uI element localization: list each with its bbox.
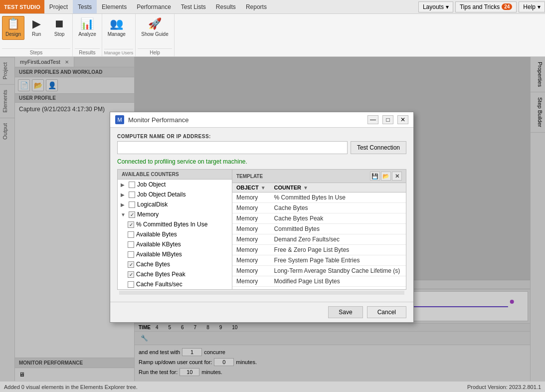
analyze-icon: 📊 [80, 18, 94, 29]
checkbox-memory[interactable] [129, 211, 135, 218]
counter-item-cache-faults[interactable]: Cache Faults/sec [118, 279, 232, 289]
template-row-object: Memory [232, 213, 270, 224]
modal-app-icon: M [115, 115, 124, 124]
menu-bar: TEST STUDIO Project Tests Elements Perfo… [0, 0, 545, 14]
counter-label-cache-bytes-peak: Cache Bytes Peak [136, 271, 185, 278]
template-load-icon-btn[interactable]: 📂 [381, 172, 391, 181]
modal-title: Monitor Performance [128, 116, 363, 124]
col-counter-filter-icon[interactable]: ▼ [303, 185, 308, 191]
template-row-counter: Demand Zero Faults/sec [270, 234, 406, 245]
checkbox-avail-kbytes[interactable] [128, 241, 134, 248]
template-row-counter: Free & Zero Page List Bytes [270, 245, 406, 255]
ip-field-row: Test Connection [117, 141, 406, 154]
test-connection-button[interactable]: Test Connection [351, 141, 406, 154]
layouts-button[interactable]: Layouts ▾ [418, 1, 453, 12]
horizontal-scrollbar[interactable] [119, 291, 404, 295]
checkbox-avail-bytes[interactable] [128, 231, 134, 238]
stop-icon: ⏹ [54, 18, 65, 29]
design-button[interactable]: 📋 Design [2, 16, 24, 40]
help-button[interactable]: Help ▾ [519, 1, 545, 12]
ribbon: 📋 Design ▶ Run ⏹ Stop Steps 📊 Analyze Re… [0, 14, 545, 57]
menu-performance[interactable]: Performance [132, 0, 176, 13]
counter-label-cache-bytes: Cache Bytes [136, 261, 170, 268]
show-guide-button[interactable]: 🚀 Show Guide [138, 16, 172, 40]
counter-item-pct-committed[interactable]: % Committed Bytes In Use [118, 219, 232, 229]
status-bar: Added 0 visual elements in the Elements … [0, 381, 545, 392]
ribbon-group-steps: 📋 Design ▶ Run ⏹ Stop Steps [0, 14, 73, 56]
menu-elements[interactable]: Elements [97, 0, 132, 13]
checkbox-pct-committed[interactable] [128, 221, 134, 228]
counter-label-avail-kbytes: Available KBytes [136, 241, 181, 248]
checkbox-avail-mbytes[interactable] [128, 251, 134, 258]
counter-item-job-object[interactable]: ▶ Job Object [118, 180, 232, 190]
counter-item-memory[interactable]: ▼ Memory [118, 209, 232, 219]
template-row: Memory Free System Page Table Entries [232, 255, 406, 266]
template-row: Memory Long-Term Average Standby Cache L… [232, 266, 406, 276]
expand-icon-job-object-details: ▶ [121, 192, 127, 197]
col-header-object[interactable]: OBJECT ▼ [232, 183, 270, 193]
run-button[interactable]: ▶ Run [25, 16, 47, 40]
template-close-icon-btn[interactable]: ✕ [392, 172, 402, 181]
counter-label-job-object: Job Object [137, 181, 166, 188]
save-button[interactable]: Save [328, 306, 363, 318]
modal-minimize-button[interactable]: — [367, 115, 378, 124]
tips-button[interactable]: Tips and Tricks 24 [455, 1, 517, 12]
menu-reports[interactable]: Reports [241, 0, 272, 13]
stop-label: Stop [54, 31, 65, 37]
counter-label-cache-faults: Cache Faults/sec [136, 281, 182, 288]
menu-results[interactable]: Results [211, 0, 241, 13]
results-group-label: Results [75, 48, 100, 56]
checkbox-cache-bytes-peak[interactable] [128, 271, 134, 278]
template-row-counter: Free System Page Table Entries [270, 255, 406, 266]
modal-icon-letter: M [117, 117, 122, 123]
modal-titlebar: M Monitor Performance — □ ✕ [110, 112, 413, 128]
ribbon-group-help: 🚀 Show Guide Help [136, 14, 174, 56]
counter-item-avail-kbytes[interactable]: Available KBytes [118, 239, 232, 249]
design-icon: 📋 [6, 18, 20, 29]
template-row-object: Memory [232, 255, 270, 266]
modal-maximize-button[interactable]: □ [382, 115, 393, 124]
cancel-button[interactable]: Cancel [367, 306, 406, 318]
counter-item-avail-mbytes[interactable]: Available MBytes [118, 249, 232, 259]
checkbox-job-object[interactable] [129, 182, 135, 188]
counter-label-logical-disk: LogicalDisk [137, 201, 168, 208]
template-save-icon-btn[interactable]: 💾 [370, 172, 380, 181]
analyze-button[interactable]: 📊 Analyze [75, 16, 100, 40]
counter-label-job-object-details: Job Object Details [137, 191, 185, 198]
tips-badge: 24 [502, 3, 512, 10]
checkbox-logical-disk[interactable] [129, 201, 135, 208]
ribbon-buttons-manage: 👥 Manage [104, 16, 134, 49]
col-header-counter[interactable]: COUNTER ▼ [270, 183, 406, 193]
checkbox-cache-bytes[interactable] [128, 261, 134, 268]
ribbon-group-results: 📊 Analyze Results [73, 14, 102, 56]
counter-item-logical-disk[interactable]: ▶ LogicalDisk [118, 199, 232, 209]
help-chevron-icon: ▾ [538, 3, 541, 10]
menu-tests[interactable]: Tests [73, 0, 97, 13]
counter-item-avail-bytes[interactable]: Available Bytes [118, 229, 232, 239]
col-object-filter-icon[interactable]: ▼ [261, 185, 266, 191]
menu-test-lists[interactable]: Test Lists [176, 0, 211, 13]
modal-close-button[interactable]: ✕ [397, 115, 408, 124]
stop-button[interactable]: ⏹ Stop [48, 16, 70, 40]
template-toolbar: 💾 📂 ✕ [370, 172, 402, 181]
run-icon: ▶ [32, 18, 41, 29]
col-counter-label: COUNTER [274, 185, 301, 191]
manage-button[interactable]: 👥 Manage [104, 16, 129, 40]
counter-item-cache-bytes[interactable]: Cache Bytes [118, 259, 232, 269]
template-row-counter: Long-Term Average Standby Cache Lifetime… [270, 266, 406, 276]
monitor-performance-dialog: M Monitor Performance — □ ✕ COMPUTER NAM… [110, 112, 414, 323]
counter-label-pct-committed: % Committed Bytes In Use [136, 221, 207, 228]
connected-status: Connected to profiling service on target… [117, 158, 406, 165]
manage-group-label: Manage Users [104, 49, 134, 56]
template-header: TEMPLATE 💾 📂 ✕ [232, 170, 406, 183]
design-label: Design [5, 31, 21, 37]
counter-item-cache-bytes-peak[interactable]: Cache Bytes Peak [118, 269, 232, 279]
template-row-counter: Committed Bytes [270, 224, 406, 234]
counter-item-job-object-details[interactable]: ▶ Job Object Details [118, 190, 232, 199]
checkbox-job-object-details[interactable] [129, 192, 135, 198]
show-guide-label: Show Guide [141, 31, 168, 37]
checkbox-cache-faults[interactable] [128, 281, 134, 288]
steps-group-label: Steps [2, 48, 70, 56]
ip-input[interactable] [117, 141, 348, 154]
menu-project[interactable]: Project [44, 0, 73, 13]
